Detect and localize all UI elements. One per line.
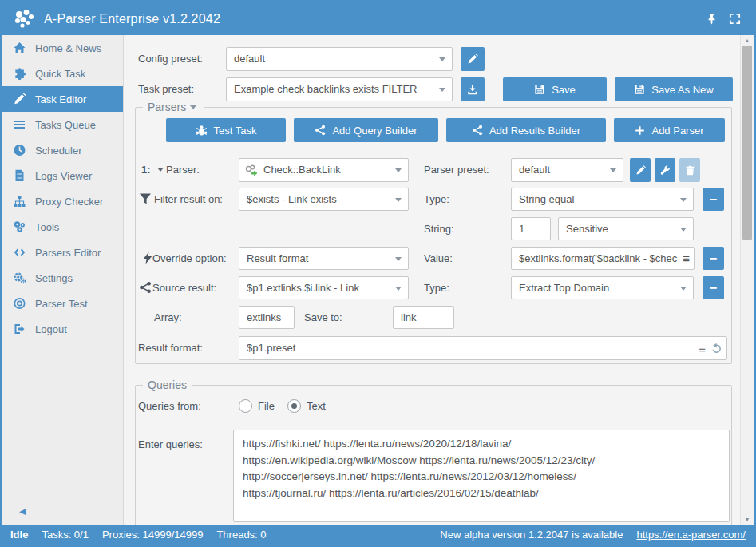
remove-filter-button[interactable]: − xyxy=(703,188,724,211)
sidebar-item-tasks-queue[interactable]: Tasks Queue xyxy=(2,112,123,137)
app-title: A-Parser Enterprise v1.2.2042 xyxy=(44,12,220,26)
remove-source-button[interactable]: − xyxy=(703,276,724,299)
update-notice: New alpha version 1.2.2047 is available xyxy=(440,529,623,541)
queries-from-text-radio[interactable] xyxy=(287,399,301,413)
download-icon xyxy=(467,84,478,95)
sidebar-item-logout[interactable]: Logout xyxy=(2,316,123,342)
sidebar-item-settings[interactable]: Settings xyxy=(2,265,123,291)
queries-legend: Queries xyxy=(143,378,192,392)
queries-from-label: Queries from: xyxy=(138,394,201,418)
remove-override-button[interactable]: − xyxy=(703,247,724,270)
chevron-down-icon xyxy=(157,168,164,172)
chevron-down-icon xyxy=(190,105,196,109)
add-results-builder-button[interactable]: Add Results Builder xyxy=(446,118,606,142)
chevron-down-icon xyxy=(439,57,445,61)
parser-select[interactable]: Check::BackLink xyxy=(239,158,409,182)
scroll-down-icon[interactable]: ▼ xyxy=(741,517,754,522)
minus-icon: − xyxy=(710,281,717,295)
array-label: Array: xyxy=(154,306,182,329)
queries-textarea[interactable]: https://fishki.net/ https://lenta.ru/new… xyxy=(233,430,730,522)
sidebar-item-parsers-editor[interactable]: Parsers Editor xyxy=(2,240,123,265)
scroll-up-icon[interactable]: ▲ xyxy=(741,38,754,43)
template-menu-icon[interactable]: ≡ xyxy=(699,343,706,355)
chevron-down-icon xyxy=(680,287,687,291)
result-format-input[interactable]: $p1.preset ≡ xyxy=(239,336,727,360)
parser-preset-select[interactable]: default xyxy=(511,158,623,182)
delete-parser-button[interactable] xyxy=(679,158,700,182)
parser-options-button[interactable] xyxy=(655,158,675,182)
queries-from-text-label[interactable]: Text xyxy=(307,394,326,418)
config-preset-select[interactable]: default xyxy=(226,47,453,71)
code-icon xyxy=(13,246,27,259)
override-value-input[interactable]: $extlinks.format('$backlink - $chec ≡ xyxy=(511,247,695,270)
pin-icon[interactable] xyxy=(706,13,718,26)
sidebar-item-quick-task[interactable]: Quick Task xyxy=(2,61,123,86)
sidebar-item-scheduler[interactable]: Scheduler xyxy=(2,137,123,163)
chevron-down-icon xyxy=(680,228,687,232)
bug-icon xyxy=(196,125,208,137)
status-bar: Idle Tasks: 0/1 Proxies: 14999/14999 Thr… xyxy=(2,525,754,545)
template-menu-icon[interactable]: ≡ xyxy=(683,252,690,264)
update-link[interactable]: https://en.a-parser.com/ xyxy=(636,529,746,541)
array-input[interactable] xyxy=(239,306,295,329)
task-preset-select[interactable]: Example check backlinks exists FILTER xyxy=(226,77,453,101)
filter-type-select[interactable]: String equal xyxy=(511,188,694,211)
add-parser-button[interactable]: Add Parser xyxy=(614,118,725,142)
title-bar: A-Parser Enterprise v1.2.2042 xyxy=(2,2,754,35)
save-button[interactable]: Save xyxy=(503,77,607,101)
source-type-label: Type: xyxy=(424,276,449,299)
app-logo-icon xyxy=(13,9,35,30)
config-preset-label: Config preset: xyxy=(138,47,203,70)
vertical-scrollbar[interactable]: ▲ ▼ xyxy=(740,35,754,525)
trash-icon xyxy=(685,165,695,176)
status-state: Idle xyxy=(10,529,28,541)
chevron-down-icon xyxy=(395,287,402,291)
filter-string-label: String: xyxy=(424,217,454,240)
sidebar-item-logs-viewer[interactable]: Logs Viewer xyxy=(2,163,123,188)
minus-icon: − xyxy=(710,252,717,266)
scrollbar-thumb[interactable] xyxy=(742,46,752,240)
source-type-select[interactable]: Extract Top Domain xyxy=(511,276,694,299)
test-task-button[interactable]: Test Task xyxy=(166,118,286,142)
sidebar-item-tools[interactable]: Tools xyxy=(2,214,123,240)
override-option-select[interactable]: Result format xyxy=(239,247,409,270)
parser-row-index: 1: xyxy=(141,158,151,181)
sidebar-collapse-icon[interactable]: ◀ xyxy=(19,506,26,517)
parser-label[interactable]: Parser: xyxy=(157,158,200,181)
queries-from-file-label[interactable]: File xyxy=(258,394,275,418)
parsers-legend[interactable]: Parsers xyxy=(143,100,204,114)
share-icon xyxy=(315,125,326,136)
source-result-label: Source result: xyxy=(152,276,216,299)
home-icon xyxy=(13,42,27,54)
edit-config-preset-button[interactable] xyxy=(461,47,485,71)
filter-result-label: Filter result on: xyxy=(154,188,223,211)
chevron-down-icon xyxy=(395,168,402,172)
task-preset-label: Task preset: xyxy=(138,77,194,101)
override-option-label: Override option: xyxy=(152,247,227,270)
pencil-icon xyxy=(13,93,27,105)
export-task-preset-button[interactable] xyxy=(461,77,485,101)
filter-string-input[interactable] xyxy=(511,217,551,240)
filter-case-select[interactable]: Sensitive xyxy=(558,217,694,240)
edit-parser-preset-button[interactable] xyxy=(630,158,651,182)
save-as-new-button[interactable]: Save As New xyxy=(615,77,733,101)
main-panel: Config preset: default Task preset: Exam… xyxy=(125,35,740,525)
sidebar-item-task-editor[interactable]: Task Editor xyxy=(2,86,123,112)
save-to-label: Save to: xyxy=(304,306,342,329)
fullscreen-icon[interactable] xyxy=(729,13,741,25)
undo-icon[interactable] xyxy=(710,343,722,355)
queries-from-file-radio[interactable] xyxy=(239,399,252,413)
source-result-select[interactable]: $p1.extlinks.$i.link - Link xyxy=(239,276,409,299)
backlink-icon xyxy=(244,164,258,177)
minus-icon: − xyxy=(710,192,717,207)
result-format-label: Result format: xyxy=(138,336,203,359)
save-to-input[interactable] xyxy=(393,306,454,329)
sidebar-item-home-news[interactable]: Home & News xyxy=(2,35,123,61)
filter-result-select[interactable]: $exists - Link exists xyxy=(239,188,409,211)
floppy-icon xyxy=(634,84,645,95)
document-icon xyxy=(13,169,27,182)
add-query-builder-button[interactable]: Add Query Builder xyxy=(294,118,438,142)
sidebar-item-parser-test[interactable]: Parser Test xyxy=(2,291,123,316)
sidebar-item-proxy-checker[interactable]: Proxy Checker xyxy=(2,188,123,214)
logout-icon xyxy=(13,323,27,335)
